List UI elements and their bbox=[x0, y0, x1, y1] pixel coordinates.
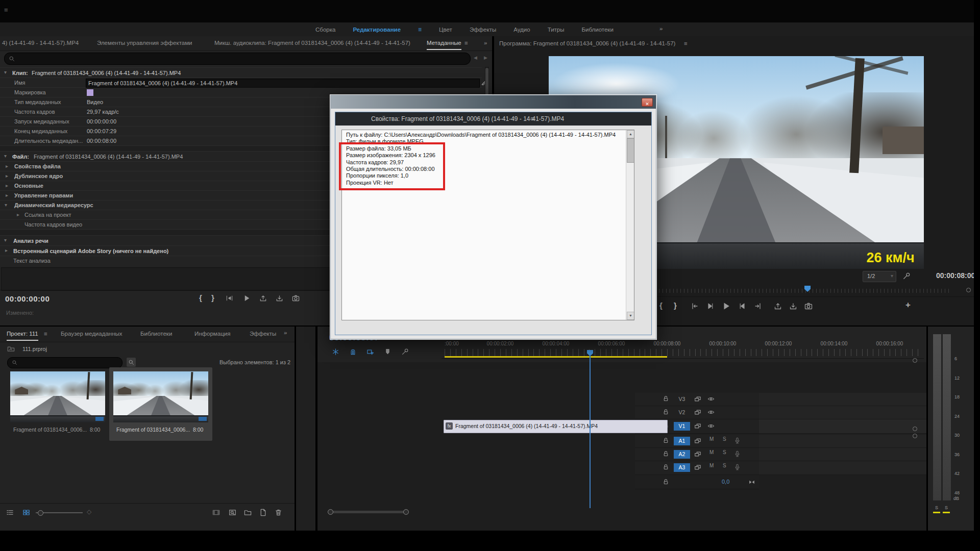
metadata-search-box[interactable] bbox=[4, 53, 471, 65]
lock-icon[interactable] bbox=[663, 437, 669, 444]
work-area-bar[interactable] bbox=[445, 356, 667, 358]
name-input[interactable]: Fragment of 03181434_0006 (4) (14-41-49 … bbox=[86, 79, 480, 88]
track-header-a3[interactable]: A3 M S bbox=[635, 461, 759, 475]
linked-selection-icon[interactable] bbox=[366, 348, 374, 356]
eye-icon[interactable] bbox=[707, 422, 715, 430]
lock-icon[interactable] bbox=[663, 395, 669, 402]
program-timecode[interactable]: 00:00:08:00 bbox=[936, 271, 975, 280]
program-settings-wrench-icon[interactable] bbox=[902, 272, 911, 280]
clip-thumbnail[interactable] bbox=[10, 371, 105, 422]
solo-button[interactable]: S bbox=[723, 449, 726, 455]
lock-icon[interactable] bbox=[663, 409, 669, 415]
dialog-titlebar[interactable]: ✕ bbox=[331, 95, 656, 109]
bowtie-keyframe-icon[interactable] bbox=[748, 479, 755, 486]
slider-knob[interactable] bbox=[38, 510, 43, 516]
tab-source-monitor[interactable]: 4) (14-41-49 - 14-41-57).MP4 bbox=[2, 40, 79, 46]
workspace-tab-sborka[interactable]: Сборка bbox=[315, 27, 335, 33]
properties-dialog[interactable]: ✕ Свойства: Fragment of 03181434_0006 (4… bbox=[330, 95, 656, 339]
program-resolution-select[interactable]: 1/2 ▾ bbox=[863, 271, 896, 282]
project-panel-menu-icon[interactable]: ≡ bbox=[44, 331, 47, 337]
track-badge-v3[interactable]: V3 bbox=[674, 395, 690, 404]
source-patch-icon[interactable] bbox=[694, 450, 701, 458]
source-patch-icon[interactable] bbox=[694, 464, 701, 471]
source-patch-icon[interactable] bbox=[694, 409, 701, 416]
track-header-a1[interactable]: A1 M S bbox=[635, 435, 759, 448]
tab-metadata[interactable]: Метаданные bbox=[427, 40, 461, 50]
project-breadcrumb[interactable]: 111.prproj bbox=[22, 346, 47, 352]
workspace-tab-cvet[interactable]: Цвет bbox=[439, 27, 452, 33]
clip-name[interactable]: Fragment of 03181434_0006... bbox=[13, 427, 87, 433]
mark-out-button[interactable]: } bbox=[674, 301, 677, 310]
step-back-button[interactable] bbox=[706, 302, 715, 310]
solo-right-button[interactable]: S bbox=[945, 505, 948, 510]
mute-button[interactable]: M bbox=[709, 436, 714, 442]
track-header-master[interactable]: 0,0 bbox=[635, 475, 759, 489]
snap-magnet-icon[interactable] bbox=[349, 348, 357, 356]
step-forward-button[interactable] bbox=[738, 302, 746, 310]
metadata-tabs-overflow-icon[interactable]: » bbox=[484, 40, 487, 46]
tab-libraries[interactable]: Библиотеки bbox=[140, 331, 172, 337]
scroll-down-button[interactable]: ▼ bbox=[627, 312, 634, 320]
app-menu-icon[interactable]: ≡ bbox=[4, 6, 8, 14]
eye-icon[interactable] bbox=[707, 409, 715, 416]
project-search-box[interactable] bbox=[7, 357, 122, 368]
lock-icon[interactable] bbox=[663, 464, 669, 470]
go-to-out-button[interactable] bbox=[754, 302, 763, 310]
scrubber-zoom-handle[interactable] bbox=[966, 288, 971, 292]
close-button[interactable]: ✕ bbox=[642, 98, 653, 107]
clip-name[interactable]: Fragment of 03181434_0006... bbox=[116, 427, 190, 433]
dialog-scrollbar[interactable]: ▲ ▼ bbox=[626, 130, 634, 320]
play-button[interactable] bbox=[243, 294, 251, 302]
track-header-a2[interactable]: A2 M S bbox=[635, 448, 759, 461]
metadata-search-input[interactable] bbox=[18, 54, 459, 63]
project-search-input[interactable] bbox=[20, 359, 119, 367]
source-patch-icon[interactable] bbox=[694, 437, 701, 444]
scroll-up-button[interactable]: ▲ bbox=[627, 130, 634, 138]
tab-audio-clip-mixer[interactable]: Микш. аудиоклипа: Fragment of 03181434_0… bbox=[214, 40, 410, 46]
track-height-toggle[interactable] bbox=[913, 358, 917, 363]
delete-button[interactable] bbox=[275, 509, 282, 516]
track-badge-v2[interactable]: V2 bbox=[674, 408, 690, 417]
folder-up-icon[interactable] bbox=[7, 345, 15, 353]
workspace-tab-biblioteki[interactable]: Библиотеки bbox=[582, 27, 614, 33]
find-button[interactable] bbox=[229, 509, 236, 516]
workspace-tab-audio[interactable]: Аудио bbox=[513, 27, 530, 33]
label-color-chip[interactable] bbox=[87, 89, 93, 96]
source-patch-icon[interactable] bbox=[694, 395, 701, 403]
solo-button[interactable]: S bbox=[723, 463, 726, 468]
tab-effect-controls[interactable]: Элементы управления эффектами bbox=[97, 40, 192, 46]
tab-info[interactable]: Информация bbox=[194, 331, 230, 337]
solo-button[interactable]: S bbox=[723, 436, 726, 442]
new-item-button[interactable] bbox=[259, 509, 267, 516]
workspace-overflow-icon[interactable]: » bbox=[659, 26, 663, 32]
mic-icon[interactable] bbox=[734, 437, 741, 444]
scrollbar-thumb[interactable] bbox=[627, 138, 634, 163]
project-tabs-overflow-icon[interactable]: » bbox=[284, 330, 287, 336]
clip-section-header[interactable]: ▾ Клип: Fragment of 03181434_0006 (4) (1… bbox=[0, 67, 482, 78]
lock-icon[interactable] bbox=[663, 450, 669, 457]
lock-icon[interactable] bbox=[663, 479, 669, 485]
icon-view-button[interactable] bbox=[22, 509, 30, 516]
list-view-button[interactable] bbox=[6, 509, 14, 516]
play-button[interactable] bbox=[722, 302, 731, 311]
workspace-tab-redaktirovanie[interactable]: Редактирование bbox=[353, 27, 401, 33]
project-item-1[interactable]: Fragment of 03181434_0006... 8:00 bbox=[8, 369, 107, 439]
automate-to-sequence-button[interactable] bbox=[212, 509, 220, 516]
lift-button[interactable] bbox=[259, 294, 267, 302]
tab-media-browser[interactable]: Браузер медиаданных bbox=[61, 331, 122, 337]
export-frame-button[interactable] bbox=[292, 294, 300, 302]
track-badge-a3[interactable]: A3 bbox=[674, 463, 690, 472]
add-marker-button[interactable] bbox=[384, 348, 391, 356]
dialog-menu-icon[interactable]: ≡ bbox=[530, 115, 534, 122]
workspace-menu-icon[interactable]: ≡ bbox=[418, 26, 422, 33]
source-patch-icon[interactable] bbox=[694, 422, 701, 430]
track-badge-v1[interactable]: V1 bbox=[674, 422, 690, 431]
workspace-tab-effekty[interactable]: Эффекты bbox=[470, 27, 496, 33]
add-button[interactable]: + bbox=[905, 300, 911, 310]
timeline-zoom-scrollbar[interactable] bbox=[328, 509, 915, 515]
mic-icon[interactable] bbox=[734, 450, 741, 457]
mark-in-button[interactable]: { bbox=[659, 301, 663, 310]
clip-usage-badge[interactable] bbox=[199, 417, 207, 421]
timeline-settings-wrench-icon[interactable] bbox=[401, 348, 409, 356]
program-panel-title[interactable]: Программа: Fragment of 03181434_0006 (4)… bbox=[499, 40, 675, 46]
